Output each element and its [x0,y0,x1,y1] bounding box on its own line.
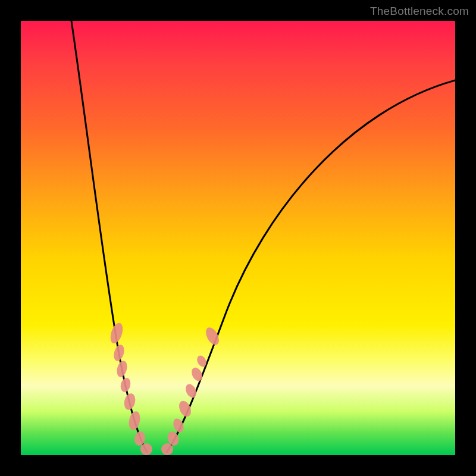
markers-left-group [108,321,153,455]
data-marker [108,321,125,345]
data-marker [203,325,222,347]
data-marker [115,359,129,378]
data-marker [123,392,137,411]
chart-svg [21,21,455,455]
curve-left [71,21,147,452]
chart-canvas [21,21,455,455]
data-marker [119,377,131,393]
data-marker [127,410,142,431]
markers-right-group [160,325,221,455]
data-marker [112,343,126,362]
watermark-text: TheBottleneck.com [370,5,469,18]
curve-right [167,80,455,452]
